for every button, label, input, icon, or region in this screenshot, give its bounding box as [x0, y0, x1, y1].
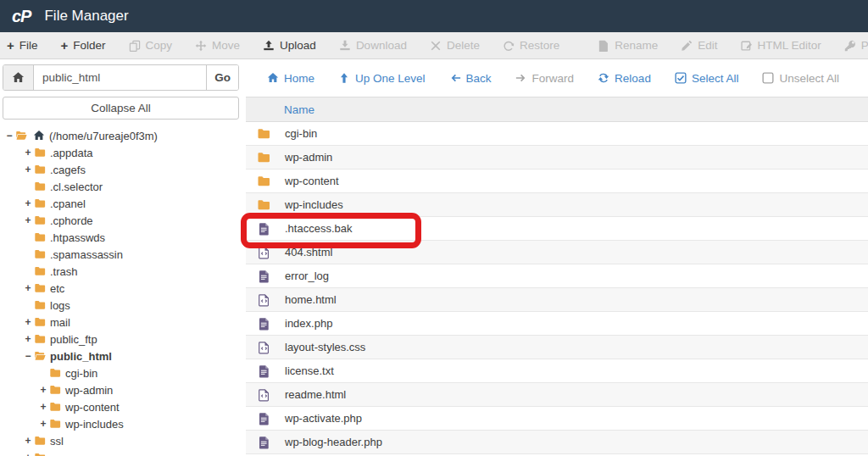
- toolbar-rename-button: Rename: [598, 39, 658, 52]
- file-name-label: error_log: [285, 270, 329, 282]
- file-row-readme-html[interactable]: readme.html: [246, 383, 868, 407]
- nav-back-button[interactable]: Back: [449, 72, 492, 85]
- tree-item-mail[interactable]: +mail: [0, 314, 241, 331]
- toolbar-move-button: Move: [195, 39, 240, 52]
- file-row-wp-activate-php[interactable]: wp-activate.php: [246, 407, 868, 431]
- tree-item-wp-admin[interactable]: +wp-admin: [0, 381, 241, 398]
- expand-toggle[interactable]: +: [38, 384, 48, 396]
- nav-item-label: Forward: [532, 72, 575, 85]
- path-input[interactable]: [34, 65, 206, 90]
- tree-item-label: .cpanel: [50, 197, 86, 210]
- tree-item-spamassassin[interactable]: .spamassassin: [0, 246, 241, 263]
- expand-toggle[interactable]: +: [38, 401, 48, 413]
- tree-item-label: mail: [50, 316, 70, 329]
- expand-toggle[interactable]: +: [23, 333, 33, 345]
- expand-toggle[interactable]: +: [23, 316, 33, 328]
- edit-icon: [681, 40, 693, 52]
- tree-item-ssl[interactable]: +ssl: [0, 432, 241, 449]
- folder-icon: [33, 197, 47, 209]
- toolbar-item-label: Copy: [146, 39, 173, 52]
- folder-icon: [33, 316, 47, 328]
- folder-icon: [33, 181, 47, 192]
- file-row-layout-styles-css[interactable]: layout-styles.css: [246, 336, 868, 359]
- path-home-button[interactable]: [3, 65, 34, 90]
- plus-icon: +: [7, 40, 14, 52]
- file-row-wp-includes[interactable]: wp-includes: [246, 193, 868, 217]
- folder-icon: [256, 198, 271, 212]
- tree-item-wp-includes[interactable]: +wp-includes: [0, 415, 241, 432]
- collapse-toggle[interactable]: −: [23, 350, 33, 362]
- folder-icon: [48, 367, 62, 379]
- tree-item-label: .appdata: [50, 147, 93, 159]
- expand-toggle[interactable]: +: [23, 147, 33, 158]
- tree-item-htpasswds[interactable]: .htpasswds: [0, 229, 241, 246]
- file-code-icon: [256, 246, 271, 259]
- tree-item-cagefs[interactable]: +.cagefs: [0, 161, 241, 178]
- expand-toggle[interactable]: +: [23, 197, 33, 209]
- tree-item-public-ftp[interactable]: +public_ftp: [0, 331, 241, 348]
- expand-toggle[interactable]: +: [23, 435, 33, 447]
- expand-toggle[interactable]: +: [23, 452, 33, 456]
- toolbar-folder-button[interactable]: +Folder: [61, 39, 106, 52]
- expand-toggle[interactable]: +: [38, 418, 48, 430]
- go-button[interactable]: Go: [206, 65, 238, 90]
- html-editor-icon: [741, 40, 753, 52]
- move-icon: [195, 40, 207, 52]
- path-bar: Go: [3, 64, 239, 91]
- file-row-wp-admin[interactable]: wp-admin: [246, 146, 868, 170]
- toolbar-item-label: Move: [212, 39, 240, 52]
- tree-item-home-u7ureaje0f3m[interactable]: −(/home/u7ureaje0f3m): [0, 127, 241, 144]
- cpanel-logo: cP: [12, 7, 31, 26]
- nav-item-label: Reload: [615, 72, 651, 85]
- collapse-all-button[interactable]: Collapse All: [3, 97, 239, 120]
- page-title: File Manager: [44, 8, 128, 25]
- file-row-home-html[interactable]: home.html: [246, 288, 868, 312]
- tree-item-cgi-bin[interactable]: cgi-bin: [0, 364, 241, 381]
- file-name-label: wp-includes: [285, 198, 343, 211]
- upload-icon: [263, 40, 275, 52]
- file-row-404-shtml[interactable]: 404.shtml: [246, 241, 868, 264]
- tree-item-logs[interactable]: logs: [0, 297, 241, 314]
- tree-item-cpanel[interactable]: +.cpanel: [0, 195, 241, 212]
- toolbar-file-button[interactable]: +File: [7, 39, 38, 52]
- file-row-error-log[interactable]: error_log: [246, 264, 868, 288]
- file-name-label: license.txt: [285, 364, 334, 377]
- toolbar-upload-button[interactable]: Upload: [263, 39, 316, 52]
- nav-up-one-level-button[interactable]: Up One Level: [338, 72, 426, 85]
- file-code-icon: [256, 341, 271, 354]
- tree-item-appdata[interactable]: +.appdata: [0, 144, 241, 161]
- expand-toggle[interactable]: +: [23, 282, 33, 294]
- file-text-icon: [256, 412, 271, 425]
- column-header-name[interactable]: Name: [246, 97, 868, 122]
- tree-item-etc[interactable]: +etc: [0, 280, 241, 297]
- nav-reload-button[interactable]: Reload: [598, 72, 651, 85]
- nav-home-button[interactable]: Home: [267, 72, 314, 85]
- file-text-icon: [256, 317, 271, 331]
- folder-icon: [256, 151, 271, 164]
- folder-icon: [33, 435, 47, 447]
- file-name-label: cgi-bin: [285, 127, 317, 140]
- tree-item-item[interactable]: +: [0, 449, 241, 456]
- tree-item-cl-selector[interactable]: .cl.selector: [0, 178, 241, 195]
- collapse-toggle[interactable]: −: [4, 130, 14, 142]
- tree-item-wp-content[interactable]: +wp-content: [0, 398, 241, 415]
- toolbar-download-button: Download: [339, 39, 407, 52]
- tree-item-trash[interactable]: .trash: [0, 263, 241, 280]
- file-row-wp-blog-header-php[interactable]: wp-blog-header.php: [246, 431, 868, 454]
- folder-icon: [33, 265, 47, 277]
- file-row-wp-content[interactable]: wp-content: [246, 170, 868, 193]
- file-row-index-php[interactable]: index.php: [246, 312, 868, 336]
- file-row-license-txt[interactable]: license.txt: [246, 359, 868, 383]
- tree-item-label: .cl.selector: [50, 181, 103, 193]
- expand-toggle[interactable]: +: [23, 164, 33, 175]
- nav-select-all-button[interactable]: Select All: [675, 72, 739, 85]
- file-code-icon: [256, 293, 271, 307]
- file-row-cgi-bin[interactable]: cgi-bin: [246, 122, 868, 146]
- tree-item-public-html[interactable]: −public_html: [0, 348, 241, 364]
- toolbar-item-label: File: [19, 39, 38, 52]
- toolbar-item-label: Edit: [698, 39, 717, 52]
- expand-toggle[interactable]: +: [23, 214, 33, 226]
- left-arrow-icon: [449, 72, 461, 84]
- file-row-htaccess-bak[interactable]: .htaccess.bak: [246, 217, 868, 241]
- tree-item-cphorde[interactable]: +.cphorde: [0, 212, 241, 229]
